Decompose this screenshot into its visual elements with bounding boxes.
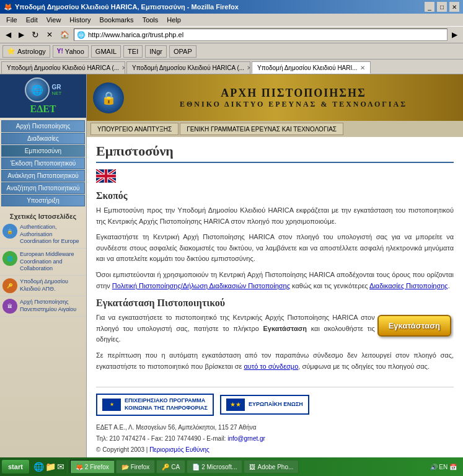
sidebar-link-anaklisi[interactable]: Ανάκληση Πιστοποιητικού <box>1 170 85 182</box>
bookmark-gmail[interactable]: GMAIL <box>91 45 121 58</box>
footer-address: ΕΔΕΤ Α.Ε., Λ. Μεσογείων 56, Αμπελόκηποι,… <box>96 422 454 433</box>
titlebar: 🦊 Υποδομή Δημοσίου Κλειδιού HARICA, Εμπι… <box>0 0 463 14</box>
sidebar-link-diadikasies[interactable]: Διαδικασίες <box>1 133 85 144</box>
taskbar-btn-firefox2[interactable]: 🦊 2 Firefox <box>70 460 115 474</box>
para1: Η Εμπιστοσύνη προς την Υποδομή Δημοσίου … <box>96 205 454 227</box>
eu-program-text: ΕΠΙΧΕΙΡΗΣΙΑΚΟ ΠΡΟΓΡΑΜΜΑΚΟΙΝΩΝΙΑ ΤΗΣ ΠΛΗΡ… <box>125 397 208 412</box>
maximize-button[interactable]: □ <box>437 2 447 12</box>
go-button[interactable]: ▶ <box>449 28 461 42</box>
eu-banner: ★ ΕΠΙΧΕΙΡΗΣΙΑΚΟ ΠΡΟΓΡΑΜΜΑΚΟΙΝΩΝΙΑ ΤΗΣ ΠΛ… <box>96 387 454 415</box>
sidebar-nav: Αρχή Πιστοποίησης Διαδικασίες Εμπιστοσύν… <box>0 118 86 209</box>
menu-bookmarks[interactable]: Bookmarks <box>96 15 138 24</box>
star-icon: ⭐ <box>7 47 15 55</box>
tab-3-close[interactable]: ✕ <box>360 64 365 71</box>
close-button[interactable]: ✕ <box>449 2 459 12</box>
footer-copyright: © Copyright 2003 | Περιορισμός Ευθύνης <box>96 444 454 456</box>
tab-3[interactable]: Υποδομή Δημοσίου Κλειδιού HARI... ✕ <box>252 61 371 74</box>
sidebar-link-ekdosi[interactable]: Έκδοση Πιστοποιητικού <box>1 157 85 169</box>
email-link[interactable]: info@grnet.gr <box>227 435 265 442</box>
sidebar-link-empistosyni[interactable]: Εμπιστοσύνη <box>1 145 85 157</box>
header-nav-ypoyrgeio[interactable]: ΥΠΟΥΡΓΕΙΟ ΑΝΑΠΤΥΞΗΣ <box>90 123 179 135</box>
para2: Εγκαταστήστε τη Κεντρική Αρχή Πιστοποίησ… <box>96 232 454 265</box>
address-bar: 🌐 http://www.harica.gr/trust.php.el <box>74 29 448 41</box>
emw-icon: 🌐 <box>2 251 17 266</box>
sidebar-ext-authn[interactable]: 🔒 Authentication, Authorisation Coordina… <box>0 221 86 249</box>
forward-button[interactable]: ▶ <box>15 28 27 42</box>
install-bold: Εγκατάσταση <box>263 325 307 332</box>
taskbar-btn-ca[interactable]: 🔑 CA <box>156 460 185 474</box>
authn-icon: 🔒 <box>2 224 17 239</box>
footer: ΕΔΕΤ Α.Ε., Λ. Μεσογείων 56, Αμπελόκηποι,… <box>96 422 454 456</box>
taskbar-btn-microsoft[interactable]: 📄 2 Microsoft... <box>187 460 242 474</box>
reload-button[interactable]: ↻ <box>29 28 42 42</box>
tab-1[interactable]: Υποδομή Δημοσίου Κλειδιού HARICA (... ✕ <box>1 61 125 74</box>
taskbar-icon-2: 📁 <box>45 462 56 472</box>
install-section: Εγκατάσταση Για να εγκαταστήσετε το πιστ… <box>96 312 454 377</box>
taskbar: start 🌐 📁 ✉ 🦊 2 Firefox 📂 Firefox 🔑 CA 📄… <box>0 457 463 476</box>
eu-flag-icon: ★ <box>102 399 121 411</box>
uk-flag-container[interactable] <box>96 169 454 184</box>
section1-title: Σκοπός <box>96 190 454 201</box>
tab-2[interactable]: Υποδομή Δημοσίου Κλειδιού HARICA (... ✕ <box>126 61 250 74</box>
tab-2-close[interactable]: ✕ <box>247 64 250 71</box>
auth-icon: 🔑 <box>2 278 17 293</box>
content-area: 🌐 GR NET ΕΔΕΤ Αρχή Πιστοποίησης Διαδικασ… <box>0 74 463 462</box>
bookmark-astrology[interactable]: ⭐ Astrology <box>2 45 50 58</box>
sidebar-link-ypostirixi[interactable]: Υποστήριξη <box>1 195 85 206</box>
install-button[interactable]: Εγκατάσταση <box>377 315 451 337</box>
disclaimer-link[interactable]: Περιορισμός Ευθύνης <box>149 446 209 453</box>
microsoft-icon: 📄 <box>192 464 200 470</box>
address-text[interactable]: http://www.harica.gr/trust.php.el <box>88 31 444 38</box>
bookmarks-bar: ⭐ Astrology Y! Yahoo GMAIL TEI INgr OPAP <box>0 43 463 60</box>
stop-button[interactable]: ✕ <box>43 28 56 42</box>
eu-label-box: ★★ ΕΥΡΩΠΑΪΚΗ ΕΝΩΣΗ <box>220 395 309 415</box>
menu-edit[interactable]: Edit <box>22 15 42 24</box>
uk-flag-icon <box>96 169 116 183</box>
sidebar-section-title: Σχετικές Ιστοσελίδες <box>0 209 86 221</box>
eu-program-box[interactable]: ★ ΕΠΙΧΕΙΡΗΣΙΑΚΟ ΠΡΟΓΡΑΜΜΑΚΟΙΝΩΝΙΑ ΤΗΣ ΠΛ… <box>96 394 214 415</box>
page-content: 🔒 ΑΡΧΗ ΠΙΣΤΟΠΟΙΗΣΗΣ ΕΘΝΙΚΟ ΔΙΚΤΥΟ ΕΡΕΥΝΑ… <box>87 74 463 462</box>
policy-link[interactable]: Πολιτική Πιστοποίησης/Δήλωση Διαδικασιών… <box>112 282 290 289</box>
section2-title: Εγκατάσταση Πιστοποιητικού <box>96 298 454 309</box>
menu-view[interactable]: View <box>43 15 65 24</box>
tab-1-close[interactable]: ✕ <box>121 64 125 71</box>
menu-file[interactable]: File <box>2 15 21 24</box>
browser-icon: 🦊 <box>4 3 12 11</box>
alt-link[interactable]: αυτό το σύνδεσμο <box>244 363 298 370</box>
sidebar-link-arxi[interactable]: Αρχή Πιστοποίησης <box>1 120 85 132</box>
header-banner: 🔒 ΑΡΧΗ ΠΙΣΤΟΠΟΙΗΣΗΣ ΕΘΝΙΚΟ ΔΙΚΤΥΟ ΕΡΕΥΝΑ… <box>87 74 463 121</box>
sidebar-ext-aegean[interactable]: 🏛 Αρχή Πιστοποίησης Πανεπιστημίου Αιγαίο… <box>0 296 86 317</box>
bookmark-opap[interactable]: OPAP <box>169 45 196 58</box>
bookmark-tei[interactable]: TEI <box>123 45 143 58</box>
header-nav-gget[interactable]: ΓΕΝΙΚΗ ΓΡΑΜΜΑΤΕΙΑ ΕΡΕΥΝΑΣ ΚΑΙ ΤΕΧΝΟΛΟΓΙΑ… <box>180 123 343 135</box>
menu-tools[interactable]: Tools <box>139 15 162 24</box>
aegean-icon: 🏛 <box>2 299 17 314</box>
taskbar-divider <box>67 460 68 474</box>
taskbar-icon-3: ✉ <box>57 462 64 472</box>
yahoo-icon: Y! <box>57 48 63 55</box>
firefox-icon: 📂 <box>121 464 129 470</box>
start-button[interactable]: start <box>1 459 30 474</box>
back-button[interactable]: ◀ <box>2 28 14 42</box>
bookmark-ingr[interactable]: INgr <box>145 45 167 58</box>
menu-history[interactable]: History <box>66 15 94 24</box>
minimize-button[interactable]: _ <box>425 2 434 12</box>
taskbar-btn-adobe[interactable]: 🖼 Adobe Pho... <box>244 460 299 474</box>
sidebar-link-anazitisi[interactable]: Αναζήτηση Πιστοποιητικού <box>1 182 85 194</box>
sidebar: 🌐 GR NET ΕΔΕΤ Αρχή Πιστοποίησης Διαδικασ… <box>0 74 87 462</box>
firefox2-icon: 🦊 <box>76 464 83 470</box>
ca-icon: 🔑 <box>162 464 169 470</box>
procedures-link[interactable]: Διαδικασίες Πιστοποίησης <box>369 282 448 289</box>
home-button[interactable]: 🏠 <box>57 28 73 42</box>
sidebar-ext-auth[interactable]: 🔑 Υποδομή Δημοσίου Κλειδιού ΑΠΘ. <box>0 276 86 296</box>
menu-help[interactable]: Help <box>163 15 185 24</box>
window-title: Υποδομή Δημοσίου Κλειδιού HARICA, Εμπιστ… <box>15 3 239 11</box>
toolbar: ◀ ▶ ↻ ✕ 🏠 🌐 http://www.harica.gr/trust.p… <box>0 26 463 43</box>
main-content: Εμπιστοσύνη Σκοπός Η Εμπιστοσύνη προς τη… <box>87 137 463 462</box>
sidebar-ext-emw[interactable]: 🌐 European Middleware Coordination and C… <box>0 249 86 276</box>
address-icon: 🌐 <box>77 31 86 39</box>
eu-stars-icon: ★★ <box>226 399 245 411</box>
bookmark-yahoo[interactable]: Y! Yahoo <box>53 45 89 58</box>
taskbar-btn-firefox[interactable]: 📂 Firefox <box>116 460 156 474</box>
header-logo: 🔒 <box>93 82 124 113</box>
